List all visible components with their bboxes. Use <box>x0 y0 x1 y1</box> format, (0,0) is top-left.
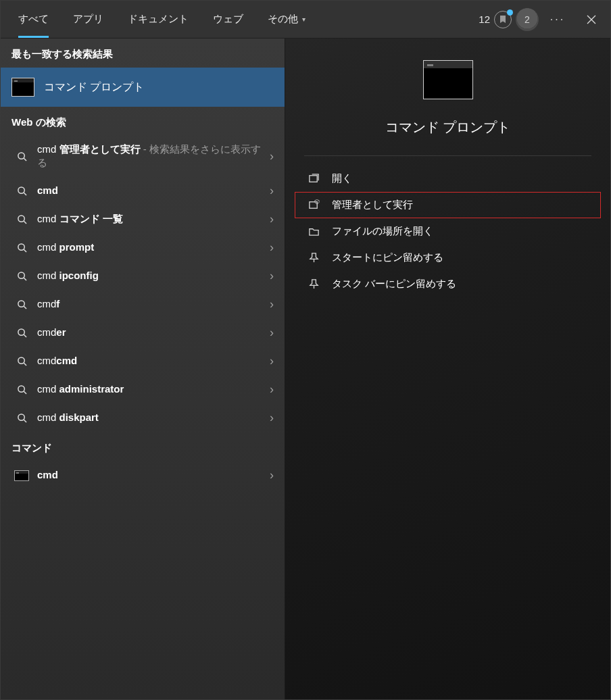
chevron-right-icon: › <box>270 269 274 283</box>
chevron-right-icon: › <box>270 212 274 226</box>
action-shield-highlight[interactable]: 管理者として実行 <box>295 192 601 218</box>
more-options-button[interactable]: ··· <box>543 1 572 39</box>
shield-icon <box>305 199 322 211</box>
action-pin[interactable]: スタートにピン留めする <box>295 245 601 271</box>
open-icon <box>305 173 322 184</box>
header: すべて アプリ ドキュメント ウェブ その他▾ 12 2 ··· <box>1 1 610 39</box>
action-label: ファイルの場所を開く <box>322 225 433 238</box>
web-result-item[interactable]: cmd diskpart› <box>1 404 285 432</box>
search-icon <box>13 271 30 281</box>
chevron-right-icon: › <box>270 411 274 425</box>
web-result-text: cmder <box>30 326 270 339</box>
best-match-label: コマンド プロンプト <box>44 80 144 95</box>
search-icon <box>13 151 30 161</box>
chevron-right-icon: › <box>270 468 274 482</box>
web-result-text: cmdcmd <box>30 354 270 368</box>
svg-point-8 <box>18 386 24 392</box>
web-result-item[interactable]: cmd コマンド 一覧› <box>1 205 285 234</box>
chevron-right-icon: › <box>270 149 274 164</box>
search-icon <box>13 186 30 196</box>
chevron-right-icon: › <box>270 354 274 368</box>
action-label: 開く <box>322 172 352 185</box>
folder-icon <box>305 226 322 237</box>
web-result-text: cmd prompt <box>30 241 270 254</box>
action-label: 管理者として実行 <box>322 199 413 211</box>
chevron-down-icon: ▾ <box>302 16 306 23</box>
tab-documents[interactable]: ドキュメント <box>116 1 201 38</box>
svg-point-7 <box>18 357 24 364</box>
search-icon <box>13 356 30 366</box>
web-result-item[interactable]: cmder› <box>1 319 285 347</box>
web-result-item[interactable]: cmdcmd› <box>1 347 285 376</box>
action-pin[interactable]: タスク バーにピン留めする <box>295 271 601 297</box>
web-result-item[interactable]: cmd 管理者として実行 - 検索結果をさらに表示する› <box>1 136 285 177</box>
actions-list: 開く管理者として実行ファイルの場所を開くスタートにピン留めするタスク バーにピン… <box>285 163 610 300</box>
web-result-text: cmdf <box>30 297 270 311</box>
chevron-right-icon: › <box>270 326 274 340</box>
search-icon <box>13 299 30 309</box>
preview-header: コマンド プロンプト <box>285 53 610 153</box>
action-label: タスク バーにピン留めする <box>322 278 456 291</box>
chevron-right-icon: › <box>270 184 274 198</box>
divider <box>304 155 591 156</box>
chevron-right-icon: › <box>270 382 274 397</box>
chevron-right-icon: › <box>270 297 274 311</box>
search-window: すべて アプリ ドキュメント ウェブ その他▾ 12 2 ··· 最も一致する検… <box>0 0 611 700</box>
user-avatar[interactable]: 2 <box>516 8 539 31</box>
svg-point-5 <box>18 301 24 307</box>
rewards-count: 12 <box>479 14 490 25</box>
preview-title: コマンド プロンプト <box>385 118 511 136</box>
action-label: スタートにピン留めする <box>322 251 443 264</box>
command-item[interactable]: cmd › <box>1 461 285 490</box>
web-result-text: cmd ipconfig <box>30 269 270 282</box>
web-result-item[interactable]: cmd prompt› <box>1 234 285 262</box>
svg-point-0 <box>18 153 24 159</box>
svg-point-4 <box>18 272 24 278</box>
web-result-text: cmd 管理者として実行 - 検索結果をさらに表示する <box>30 143 270 170</box>
svg-point-2 <box>18 216 24 222</box>
results-panel: 最も一致する検索結果 コマンド プロンプト Web の検索 cmd 管理者として… <box>1 39 285 699</box>
action-folder[interactable]: ファイルの場所を開く <box>295 218 601 245</box>
web-result-item[interactable]: cmd ipconfig› <box>1 262 285 291</box>
scope-tabs: すべて アプリ ドキュメント ウェブ その他▾ <box>1 1 318 38</box>
web-result-item[interactable]: cmdf› <box>1 291 285 319</box>
chevron-right-icon: › <box>270 241 274 255</box>
header-right: 12 2 ··· <box>479 1 610 38</box>
web-result-text: cmd diskpart <box>30 411 270 424</box>
search-icon <box>13 384 30 395</box>
tab-more[interactable]: その他▾ <box>255 1 318 38</box>
search-icon <box>13 413 30 423</box>
web-result-text: cmd コマンド 一覧 <box>30 212 270 226</box>
pin-icon <box>305 252 322 264</box>
svg-rect-11 <box>309 202 316 208</box>
svg-point-1 <box>18 187 24 193</box>
search-icon <box>13 243 30 253</box>
group-web-search: Web の検索 <box>1 107 285 136</box>
action-open[interactable]: 開く <box>295 166 601 192</box>
terminal-icon <box>13 470 30 481</box>
search-icon <box>13 328 30 338</box>
web-result-item[interactable]: cmd administrator› <box>1 376 285 404</box>
rewards-indicator[interactable]: 12 <box>479 11 512 28</box>
tab-web[interactable]: ウェブ <box>201 1 255 38</box>
best-match-item[interactable]: コマンド プロンプト <box>1 68 285 107</box>
cmd-app-icon <box>11 78 34 97</box>
group-best-match: 最も一致する検索結果 <box>1 39 285 68</box>
svg-rect-10 <box>309 176 316 182</box>
group-command: コマンド <box>1 432 285 461</box>
tab-apps[interactable]: アプリ <box>61 1 116 38</box>
web-result-text: cmd <box>30 184 270 197</box>
cmd-large-icon <box>423 60 473 99</box>
svg-point-6 <box>18 329 24 335</box>
search-icon <box>13 214 30 224</box>
tab-all[interactable]: すべて <box>6 1 61 38</box>
body: 最も一致する検索結果 コマンド プロンプト Web の検索 cmd 管理者として… <box>1 39 610 699</box>
close-button[interactable] <box>577 1 606 39</box>
web-result-item[interactable]: cmd› <box>1 177 285 205</box>
svg-point-9 <box>18 414 24 420</box>
preview-panel: コマンド プロンプト 開く管理者として実行ファイルの場所を開くスタートにピン留め… <box>285 39 610 699</box>
svg-point-3 <box>18 244 24 250</box>
pin-icon <box>305 278 322 290</box>
medal-icon <box>494 11 512 28</box>
web-result-text: cmd administrator <box>30 382 270 396</box>
